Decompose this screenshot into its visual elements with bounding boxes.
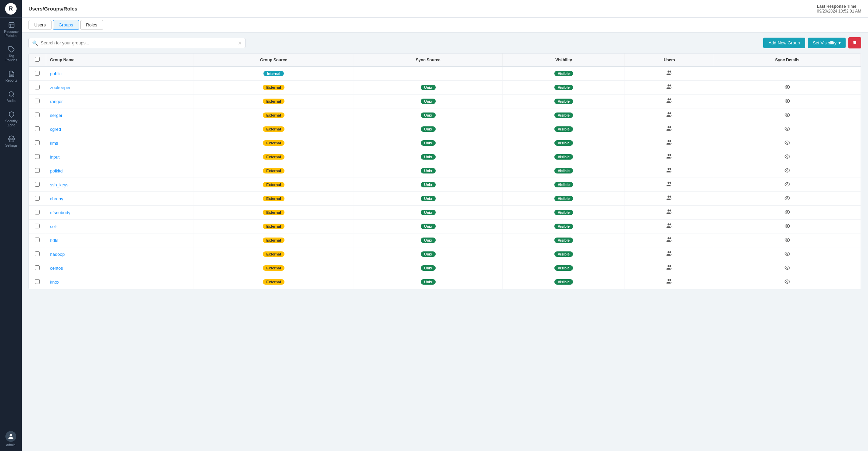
sync-details-eye-icon[interactable] xyxy=(785,252,790,258)
sync-details-eye-icon[interactable] xyxy=(785,224,790,230)
tab-users[interactable]: Users xyxy=(28,20,52,30)
add-new-group-button[interactable]: Add New Group xyxy=(763,38,806,48)
row-visibility: Visible xyxy=(502,206,625,220)
row-users xyxy=(625,192,714,206)
sync-details-eye-icon[interactable] xyxy=(785,113,790,119)
sync-details-eye-icon[interactable] xyxy=(785,182,790,188)
group-name-link[interactable]: input xyxy=(50,155,60,160)
tab-roles[interactable]: Roles xyxy=(80,20,103,30)
users-icon[interactable] xyxy=(666,85,672,91)
select-all-checkbox[interactable] xyxy=(35,57,40,62)
users-icon[interactable] xyxy=(666,252,672,258)
users-icon[interactable] xyxy=(666,266,672,271)
users-icon[interactable] xyxy=(666,196,672,202)
group-name-link[interactable]: hadoop xyxy=(50,252,65,257)
sync-details-eye-icon[interactable] xyxy=(785,168,790,174)
users-icon[interactable] xyxy=(666,182,672,188)
row-checkbox[interactable] xyxy=(35,140,40,145)
sidebar-item-resource-policies-label: Resource Policies xyxy=(2,30,20,38)
users-icon[interactable] xyxy=(666,71,672,77)
group-name-link[interactable]: hdfs xyxy=(50,238,59,243)
sync-details-eye-icon[interactable] xyxy=(785,210,790,216)
group-name-link[interactable]: solr xyxy=(50,224,57,229)
groups-table-container: Group Name Group Source Sync Source Visi… xyxy=(28,53,861,289)
row-checkbox[interactable] xyxy=(35,265,40,270)
users-icon[interactable] xyxy=(666,280,672,285)
sync-details-eye-icon[interactable] xyxy=(785,85,790,91)
sidebar-item-tag-policies[interactable]: Tag Policies xyxy=(0,42,22,66)
row-checkbox[interactable] xyxy=(35,154,40,159)
search-icon: 🔍 xyxy=(32,40,38,46)
row-checkbox[interactable] xyxy=(35,112,40,117)
users-icon[interactable] xyxy=(666,168,672,174)
group-name-link[interactable]: chrony xyxy=(50,196,63,201)
row-checkbox-cell xyxy=(29,247,46,261)
users-icon[interactable] xyxy=(666,127,672,132)
row-checkbox[interactable] xyxy=(35,168,40,173)
group-name-link[interactable]: nfsnobody xyxy=(50,210,71,215)
group-name-link[interactable]: kms xyxy=(50,141,58,146)
sidebar-item-resource-policies[interactable]: Resource Policies xyxy=(0,18,22,42)
users-icon[interactable] xyxy=(666,113,672,119)
users-icon[interactable] xyxy=(666,238,672,244)
row-group-source: External xyxy=(194,178,354,192)
row-checkbox[interactable] xyxy=(35,126,40,131)
users-icon[interactable] xyxy=(666,141,672,146)
row-checkbox[interactable] xyxy=(35,279,40,284)
audits-icon xyxy=(8,91,15,98)
group-name-link[interactable]: ssh_keys xyxy=(50,182,68,187)
sync-details-eye-icon[interactable] xyxy=(785,127,790,132)
users-icon[interactable] xyxy=(666,99,672,105)
row-checkbox[interactable] xyxy=(35,224,40,228)
svg-point-15 xyxy=(787,128,788,129)
sidebar-item-settings[interactable]: Settings xyxy=(0,131,22,152)
users-icon[interactable] xyxy=(666,210,672,216)
users-icon[interactable] xyxy=(666,155,672,160)
search-input[interactable] xyxy=(41,40,238,45)
sidebar-item-reports[interactable]: Reports xyxy=(0,66,22,87)
table-row: inputExternalUnixVisible xyxy=(29,150,861,164)
row-group-name: sergei xyxy=(46,108,194,122)
row-checkbox[interactable] xyxy=(35,182,40,187)
group-name-link[interactable]: polkitd xyxy=(50,168,63,173)
group-name-link[interactable]: centos xyxy=(50,266,63,271)
row-group-source: External xyxy=(194,81,354,95)
sync-details-eye-icon[interactable] xyxy=(785,238,790,244)
sync-details-eye-icon[interactable] xyxy=(785,99,790,105)
set-visibility-button[interactable]: Set Visibility ▾ xyxy=(808,38,846,48)
row-checkbox[interactable] xyxy=(35,196,40,201)
sync-source-badge: Unix xyxy=(421,210,436,215)
group-name-link[interactable]: zookeeper xyxy=(50,85,71,90)
group-name-link[interactable]: ranger xyxy=(50,99,63,104)
sync-details-eye-icon[interactable] xyxy=(785,141,790,146)
sync-details-eye-icon[interactable] xyxy=(785,155,790,160)
sidebar-logo[interactable]: R xyxy=(0,0,22,18)
sync-details-eye-icon[interactable] xyxy=(785,280,790,285)
row-users xyxy=(625,164,714,178)
tab-groups[interactable]: Groups xyxy=(53,20,79,30)
row-checkbox[interactable] xyxy=(35,238,40,242)
group-name-link[interactable]: sergei xyxy=(50,113,62,118)
row-checkbox[interactable] xyxy=(35,85,40,89)
avatar[interactable] xyxy=(5,431,16,442)
search-clear-icon[interactable]: ✕ xyxy=(238,40,242,46)
group-name-link[interactable]: public xyxy=(50,71,62,76)
sync-details-eye-icon[interactable] xyxy=(785,266,790,271)
sidebar-item-audits[interactable]: Audits xyxy=(0,87,22,107)
users-icon[interactable] xyxy=(666,224,672,230)
row-checkbox[interactable] xyxy=(35,251,40,256)
row-sync-details xyxy=(714,108,861,122)
group-name-link[interactable]: cgred xyxy=(50,127,61,132)
row-sync-source: Unix xyxy=(354,150,502,164)
sync-details-eye-icon[interactable] xyxy=(785,196,790,202)
row-visibility: Visible xyxy=(502,95,625,108)
row-checkbox[interactable] xyxy=(35,99,40,103)
delete-button[interactable] xyxy=(848,37,861,48)
sidebar-item-security-zone[interactable]: Security Zone xyxy=(0,107,22,131)
group-source-badge: External xyxy=(263,99,284,104)
row-checkbox[interactable] xyxy=(35,71,40,76)
row-sync-source: Unix xyxy=(354,95,502,108)
row-checkbox[interactable] xyxy=(35,210,40,214)
row-sync-source: Unix xyxy=(354,261,502,275)
group-name-link[interactable]: knox xyxy=(50,280,59,285)
